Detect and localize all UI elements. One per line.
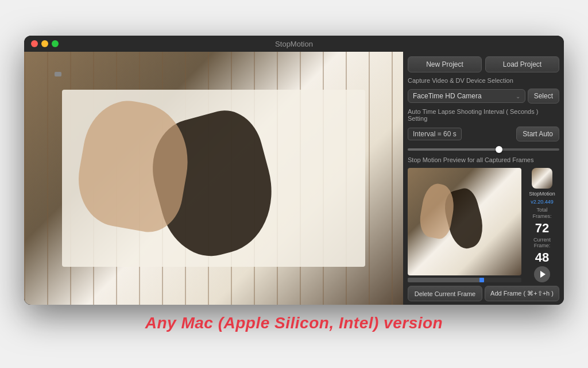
app-name-label: StopMotion xyxy=(529,191,555,197)
app-icon xyxy=(532,168,552,189)
total-frames-value: 72 xyxy=(535,222,549,235)
interval-label: Interval = 60 s xyxy=(408,128,462,140)
scrubber-fill xyxy=(408,278,482,282)
select-button[interactable]: Select xyxy=(528,89,559,103)
preview-video xyxy=(408,168,521,275)
minimize-button[interactable] xyxy=(41,40,48,47)
current-frame-value: 48 xyxy=(535,251,549,264)
total-frames-label: TotalFrames: xyxy=(532,207,551,220)
load-project-button[interactable]: Load Project xyxy=(485,56,559,72)
project-buttons: New Project Load Project xyxy=(408,56,559,72)
interval-slider-container xyxy=(408,145,559,152)
app-body: New Project Load Project Capture Video &… xyxy=(24,52,564,305)
interval-slider[interactable] xyxy=(408,148,559,151)
slider-track xyxy=(408,148,498,151)
app-version-label: v2.20.449 xyxy=(531,199,554,205)
preview-section: StopMotion v2.20.449 TotalFrames: 72 Cur… xyxy=(408,168,559,282)
new-project-button[interactable]: New Project xyxy=(408,56,482,72)
app-icon-inner xyxy=(532,168,552,189)
device-row: FaceTime HD Camera ⌄ Select xyxy=(408,89,559,103)
app-outer-wrapper: StopMotion New Project Load Proje xyxy=(24,36,564,332)
sidebar: New Project Load Project Capture Video &… xyxy=(403,52,564,305)
device-select-dropdown[interactable]: FaceTime HD Camera ⌄ xyxy=(408,89,525,103)
preview-scrubber[interactable] xyxy=(408,278,521,282)
app-window: StopMotion New Project Load Proje xyxy=(24,36,564,305)
add-frame-button[interactable]: Add Frame ( ⌘+⇧+h ) xyxy=(485,286,559,301)
delete-frame-button[interactable]: Delete Current Frame xyxy=(408,286,482,301)
timelapse-section-label: Auto Time Lapse Shooting Interval ( Seco… xyxy=(408,107,559,123)
bottom-subtitle: Any Mac (Apple Silicon, Intel) version xyxy=(145,314,443,332)
frame-action-row: Delete Current Frame Add Frame ( ⌘+⇧+h ) xyxy=(408,286,559,301)
start-auto-button[interactable]: Start Auto xyxy=(516,126,559,141)
interval-row: Interval = 60 s Start Auto xyxy=(408,126,559,141)
device-name: FaceTime HD Camera xyxy=(413,92,482,100)
preview-section-label: Stop Motion Preview for all Captured Fra… xyxy=(408,155,559,164)
close-button[interactable] xyxy=(31,40,38,47)
scrubber-thumb xyxy=(479,278,484,282)
video-panel xyxy=(24,52,403,305)
title-bar: StopMotion xyxy=(24,36,564,52)
play-button[interactable] xyxy=(534,266,550,282)
camera-prop-icon xyxy=(55,72,61,76)
traffic-lights xyxy=(31,40,59,47)
window-title: StopMotion xyxy=(275,40,313,48)
device-section-label: Capture Video & DV Device Selection xyxy=(408,76,559,85)
slider-thumb xyxy=(496,146,502,153)
play-icon xyxy=(540,271,546,278)
video-background xyxy=(24,52,403,305)
info-panel: StopMotion v2.20.449 TotalFrames: 72 Cur… xyxy=(525,168,559,282)
current-frame-label: CurrentFrame: xyxy=(533,237,551,250)
dropdown-arrow-icon: ⌄ xyxy=(516,93,520,99)
maximize-button[interactable] xyxy=(52,40,59,47)
